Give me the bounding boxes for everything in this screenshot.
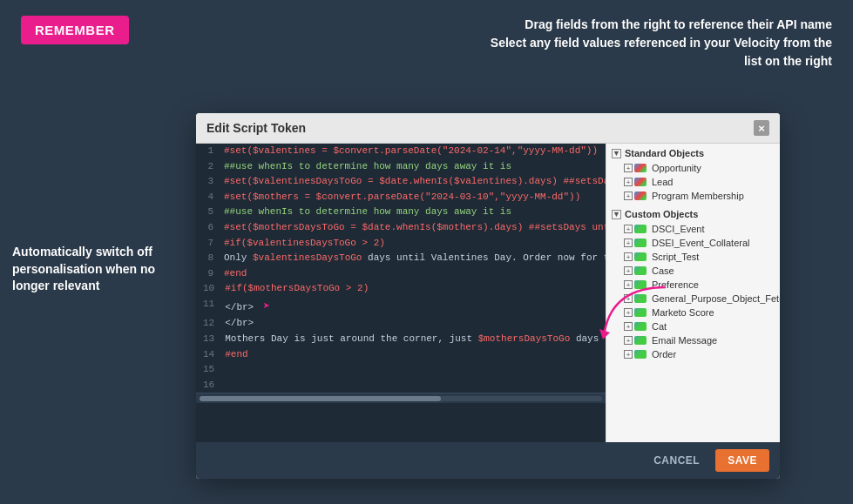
object-icon: [634, 322, 647, 331]
horizontal-scrollbar[interactable]: [196, 393, 606, 403]
code-line: 5 ##use whenIs to determine how many day…: [196, 205, 606, 220]
item-label: Cat: [652, 321, 667, 332]
object-icon: [634, 225, 647, 233]
expand-icon: +: [624, 294, 633, 303]
modal-title: Edit Script Token: [206, 121, 306, 135]
cancel-button[interactable]: CANCEL: [645, 449, 708, 472]
list-item[interactable]: + DSEI_Event_Collateral: [606, 236, 780, 250]
expand-icon: ▼: [612, 210, 621, 219]
object-icon: [634, 294, 647, 303]
list-item[interactable]: + Email Message: [606, 333, 780, 347]
item-label: Script_Test: [652, 252, 699, 262]
expand-icon: +: [624, 280, 633, 289]
item-label: DSCI_Event: [652, 224, 705, 234]
code-line: 14 #end: [196, 347, 606, 363]
expand-icon: +: [624, 266, 633, 275]
modal-header: Edit Script Token ×: [196, 113, 780, 144]
object-icon: [634, 192, 647, 200]
object-icon: [634, 308, 647, 317]
item-label: Lead: [652, 177, 673, 187]
custom-objects-label: Custom Objects: [625, 209, 698, 219]
object-icon: [634, 239, 647, 247]
hint-text: Drag fields from the right to reference …: [145, 16, 832, 71]
expand-icon: +: [624, 192, 633, 200]
modal-body: 1 #set($valentines = $convert.parseDate(…: [196, 144, 780, 442]
code-line: 10 #if($mothersDaysToGo > 2): [196, 281, 606, 297]
item-label: General_Purpose_Object_Fete: [652, 293, 780, 304]
code-line: 1 #set($valentines = $convert.parseDate(…: [196, 144, 606, 159]
code-line: 8 Only $valentinesDaysToGo days until Va…: [196, 251, 606, 266]
scroll-track: [200, 396, 602, 401]
code-line: 9 #end: [196, 266, 606, 282]
expand-icon: ▼: [612, 149, 621, 158]
expand-icon: +: [624, 225, 633, 233]
expand-icon: +: [624, 350, 633, 359]
code-line: 15: [196, 362, 606, 378]
expand-icon: +: [624, 308, 633, 317]
code-line: 7 #if($valentinesDaysToGo > 2): [196, 236, 606, 252]
object-icon: [634, 252, 647, 261]
object-icon: [634, 178, 647, 186]
expand-icon: +: [624, 336, 633, 345]
item-label: Opportunity: [652, 163, 701, 173]
code-line: 13 Mothers Day is just around the corner…: [196, 332, 606, 347]
item-label: Preference: [652, 279, 699, 290]
list-item[interactable]: + Marketo Score: [606, 306, 780, 319]
list-item[interactable]: + DSCI_Event: [606, 222, 780, 236]
expand-icon: +: [624, 164, 633, 172]
modal-dialog: Edit Script Token × 1 #set($valentines =…: [196, 113, 780, 479]
code-line: 3 #set($valentinesDaysToGo = $date.whenI…: [196, 174, 606, 190]
modal-footer: CANCEL SAVE: [196, 442, 780, 479]
objects-panel[interactable]: ▼ Standard Objects + Opportunity + Lead …: [606, 144, 780, 442]
standard-objects-header[interactable]: ▼ Standard Objects: [606, 145, 780, 161]
list-item[interactable]: + Preference: [606, 278, 780, 292]
custom-objects-section: ▼ Custom Objects + DSCI_Event + DSEI_Eve…: [606, 205, 780, 363]
remember-badge: REMEMBER: [21, 16, 129, 44]
expand-icon: +: [624, 252, 633, 261]
code-line: 12 </br>: [196, 316, 606, 332]
left-annotation: Automatically switch off personalisation…: [12, 244, 165, 295]
code-line: 2 ##use whenIs to determine how many day…: [196, 159, 606, 175]
item-label: Order: [652, 349, 676, 360]
save-button[interactable]: SAVE: [715, 449, 769, 472]
list-item[interactable]: + General_Purpose_Object_Fete: [606, 292, 780, 306]
expand-icon: +: [624, 322, 633, 331]
code-line: 11 </br> ➤: [196, 297, 606, 316]
object-icon: [634, 350, 647, 359]
item-label: DSEI_Event_Collateral: [652, 238, 750, 248]
expand-icon: +: [624, 239, 633, 247]
object-icon: [634, 164, 647, 172]
custom-objects-header[interactable]: ▼ Custom Objects: [606, 206, 780, 222]
code-line: 4 #set($mothers = $convert.parseDate("20…: [196, 190, 606, 205]
modal-close-button[interactable]: ×: [754, 120, 769, 136]
list-item[interactable]: + Cat: [606, 319, 780, 333]
list-item[interactable]: + Case: [606, 264, 780, 278]
item-label: Email Message: [652, 335, 717, 346]
item-label: Marketo Score: [652, 307, 714, 318]
item-label: Case: [652, 265, 674, 276]
object-icon: [634, 336, 647, 345]
list-item[interactable]: + Opportunity: [606, 161, 780, 175]
object-icon: [634, 266, 647, 275]
hint-area: REMEMBER Drag fields from the right to r…: [0, 0, 853, 79]
standard-objects-label: Standard Objects: [625, 148, 704, 158]
scroll-thumb: [200, 396, 441, 401]
item-label: Program Membership: [652, 191, 744, 201]
expand-icon: +: [624, 178, 633, 186]
list-item[interactable]: + Order: [606, 347, 780, 361]
code-line: 16: [196, 378, 606, 393]
code-editor[interactable]: 1 #set($valentines = $convert.parseDate(…: [196, 144, 606, 442]
standard-objects-section: ▼ Standard Objects + Opportunity + Lead …: [606, 144, 780, 205]
object-icon: [634, 280, 647, 289]
list-item[interactable]: + Lead: [606, 175, 780, 189]
list-item[interactable]: + Script_Test: [606, 250, 780, 264]
list-item[interactable]: + Program Membership: [606, 189, 780, 203]
code-line: 6 #set($mothersDaysToGo = $date.whenIs($…: [196, 220, 606, 236]
